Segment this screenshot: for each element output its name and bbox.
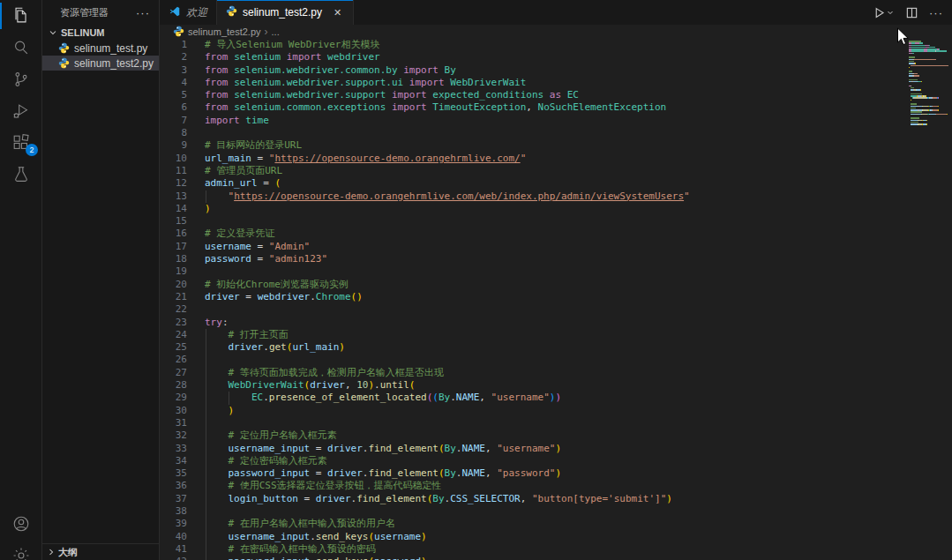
run-python-file-button[interactable] (873, 6, 895, 19)
code-line-37[interactable]: 37 login_button = driver.find_element(By… (160, 493, 908, 505)
code-line-29[interactable]: 29 EC.presence_of_element_located((By.NA… (160, 392, 908, 404)
activity-item-source-control[interactable] (0, 63, 42, 95)
line-number[interactable]: 30 (160, 405, 187, 417)
line-number[interactable]: 35 (160, 467, 187, 480)
line-number[interactable]: 20 (160, 279, 187, 291)
sidebar-more-actions-button[interactable]: ··· (136, 6, 150, 19)
code-line-7[interactable]: 7import time (160, 115, 908, 127)
line-number[interactable]: 37 (160, 493, 187, 505)
code-line-27[interactable]: 27 # 等待页面加载完成，检测用户名输入框是否出现 (160, 367, 908, 379)
code-line-4[interactable]: 4from selenium.webdriver.support.ui impo… (160, 77, 908, 89)
line-number[interactable]: 6 (160, 101, 187, 114)
line-number[interactable]: 13 (160, 190, 187, 203)
line-number[interactable]: 25 (160, 341, 187, 354)
code-line-21[interactable]: 21driver = webdriver.Chrome() (160, 291, 908, 303)
split-editor-button[interactable] (905, 6, 918, 19)
activity-item-run-debug[interactable] (0, 95, 42, 127)
code-line-17[interactable]: 17username = "Admin" (160, 241, 908, 253)
code-line-25[interactable]: 25 driver.get(url_main) (160, 341, 908, 354)
line-number[interactable]: 5 (160, 89, 187, 101)
code-line-30[interactable]: 30 ) (160, 405, 908, 417)
line-number[interactable]: 32 (160, 429, 187, 442)
line-number[interactable]: 16 (160, 228, 187, 240)
line-number[interactable]: 18 (160, 253, 187, 265)
code-line-1[interactable]: 1# 导入Selenium WebDriver相关模块 (160, 39, 908, 51)
line-number[interactable]: 42 (160, 556, 187, 560)
line-number[interactable]: 40 (160, 531, 187, 543)
code-line-42[interactable]: 42 password_input.send_keys(password) (160, 556, 908, 560)
code-line-12[interactable]: 12admin_url = ( (160, 177, 908, 190)
line-number[interactable]: 15 (160, 215, 187, 228)
outline-section[interactable]: 大纲 (42, 543, 159, 560)
code-line-8[interactable]: 8 (160, 127, 908, 139)
code-line-38[interactable]: 38 (160, 505, 908, 518)
line-number[interactable]: 12 (160, 177, 187, 190)
code-line-18[interactable]: 18password = "admin123" (160, 253, 908, 265)
tab-selinum_test2.py[interactable]: selinum_test2.py✕ (217, 0, 354, 25)
code-editor[interactable]: 1# 导入Selenium WebDriver相关模块2from seleniu… (160, 39, 908, 560)
tab-欢迎[interactable]: 欢迎 (160, 0, 217, 25)
code-line-31[interactable]: 31 (160, 417, 908, 429)
line-number[interactable]: 23 (160, 317, 187, 329)
breadcrumb-file[interactable]: selinum_test2.py (188, 26, 261, 37)
line-number[interactable]: 29 (160, 392, 187, 404)
code-line-41[interactable]: 41 # 在密码输入框中输入预设的密码 (160, 543, 908, 556)
code-line-36[interactable]: 36 # 使用CSS选择器定位登录按钮，提高代码稳定性 (160, 480, 908, 492)
line-number[interactable]: 38 (160, 505, 187, 518)
line-number[interactable]: 28 (160, 379, 187, 392)
code-line-40[interactable]: 40 username_input.send_keys(username) (160, 531, 908, 543)
activity-item-account[interactable] (0, 508, 42, 540)
code-line-23[interactable]: 23try: (160, 317, 908, 329)
line-number[interactable]: 7 (160, 115, 187, 127)
code-line-35[interactable]: 35 password_input = driver.find_element(… (160, 467, 908, 480)
code-line-28[interactable]: 28 WebDriverWait(driver, 10).until( (160, 379, 908, 392)
line-number[interactable]: 36 (160, 480, 187, 492)
folder-section-selinum[interactable]: SELINUM (42, 25, 159, 41)
activity-item-search[interactable] (0, 32, 42, 63)
line-number[interactable]: 31 (160, 417, 187, 429)
line-number[interactable]: 33 (160, 443, 187, 455)
code-line-22[interactable]: 22 (160, 303, 908, 316)
activity-item-testing[interactable] (0, 159, 42, 190)
code-line-13[interactable]: 13 "https://opensource-demo.orangehrmliv… (160, 190, 908, 203)
code-line-9[interactable]: 9# 目标网站的登录URL (160, 139, 908, 152)
code-line-20[interactable]: 20# 初始化Chrome浏览器驱动实例 (160, 279, 908, 291)
code-line-2[interactable]: 2from selenium import webdriver (160, 51, 908, 63)
file-item-selinum_test2.py[interactable]: selinum_test2.py (42, 56, 159, 71)
line-number[interactable]: 41 (160, 543, 187, 556)
activity-item-extensions[interactable]: 2 (0, 127, 42, 159)
line-number[interactable]: 11 (160, 165, 187, 177)
line-number[interactable]: 8 (160, 127, 187, 139)
line-number[interactable]: 24 (160, 329, 187, 341)
close-tab-button[interactable]: ✕ (331, 6, 344, 19)
line-number[interactable]: 1 (160, 39, 187, 51)
code-line-16[interactable]: 16# 定义登录凭证 (160, 228, 908, 240)
code-line-39[interactable]: 39 # 在用户名输入框中输入预设的用户名 (160, 518, 908, 530)
line-number[interactable]: 17 (160, 241, 187, 253)
line-number[interactable]: 3 (160, 64, 187, 77)
line-number[interactable]: 4 (160, 77, 187, 89)
line-number[interactable]: 22 (160, 303, 187, 316)
code-line-33[interactable]: 33 username_input = driver.find_element(… (160, 443, 908, 455)
code-line-32[interactable]: 32 # 定位用户名输入框元素 (160, 429, 908, 442)
line-number[interactable]: 19 (160, 265, 187, 278)
code-line-6[interactable]: 6from selenium.common.exceptions import … (160, 101, 908, 114)
code-line-24[interactable]: 24 # 打开主页面 (160, 329, 908, 341)
file-item-selinum_test.py[interactable]: selinum_test.py (42, 41, 159, 56)
activity-item-explorer[interactable] (0, 0, 42, 32)
line-number[interactable]: 10 (160, 153, 187, 165)
code-line-26[interactable]: 26 (160, 354, 908, 366)
line-number[interactable]: 26 (160, 354, 187, 366)
code-line-10[interactable]: 10url_main = "https://opensource-demo.or… (160, 153, 908, 165)
code-line-14[interactable]: 14) (160, 203, 908, 215)
code-line-19[interactable]: 19 (160, 265, 908, 278)
line-number[interactable]: 21 (160, 291, 187, 303)
code-line-11[interactable]: 11# 管理员页面URL (160, 165, 908, 177)
activity-item-settings[interactable] (0, 540, 42, 560)
line-number[interactable]: 2 (160, 51, 187, 63)
line-number[interactable]: 27 (160, 367, 187, 379)
code-line-34[interactable]: 34 # 定位密码输入框元素 (160, 455, 908, 467)
more-actions-button[interactable]: ··· (929, 6, 943, 19)
code-line-5[interactable]: 5from selenium.webdriver.support import … (160, 89, 908, 101)
line-number[interactable]: 14 (160, 203, 187, 215)
